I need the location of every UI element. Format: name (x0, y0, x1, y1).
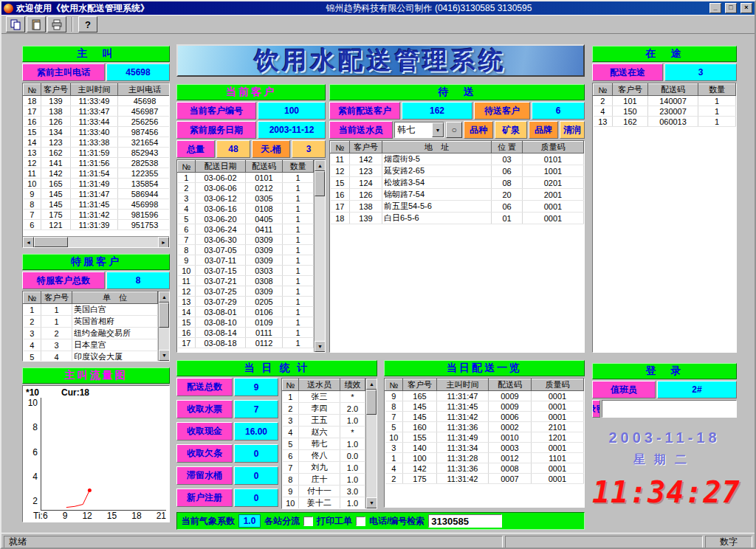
table-row[interactable]: 717511:31:42981596 (24, 210, 171, 220)
column-header[interactable]: № (24, 84, 41, 96)
table-row[interactable]: 1412311:33:38321654 (24, 137, 171, 148)
special-table-vscrollbar[interactable]: ▲ ▼ (158, 291, 169, 361)
scroll-track[interactable] (159, 303, 169, 350)
column-header[interactable]: 主叫电话 (118, 84, 171, 96)
table-row[interactable]: 1513411:33:40987456 (24, 127, 171, 137)
column-header[interactable]: 数量 (283, 161, 314, 173)
table-row[interactable]: 303-06-1203051 (178, 193, 314, 204)
column-header[interactable]: № (178, 161, 196, 173)
column-header[interactable]: 地 址 (382, 142, 492, 153)
table-row[interactable]: 1103-07-2103081 (178, 276, 314, 286)
column-header[interactable]: 客户号 (613, 84, 648, 96)
table-row[interactable]: 1813911:33:4945698 (24, 96, 171, 106)
scroll-track[interactable] (366, 390, 377, 497)
column-header[interactable]: 送水员 (299, 379, 340, 391)
table-row[interactable]: 32纽约金融交易所 (24, 328, 158, 339)
column-header[interactable]: 质量码 (523, 142, 584, 153)
table-row[interactable]: 5韩七1.0 (283, 438, 365, 450)
column-header[interactable]: 配送码 (648, 84, 698, 96)
password-field[interactable] (602, 400, 737, 418)
column-header[interactable]: 客户号 (41, 292, 72, 304)
table-row[interactable]: 503-06-2004051 (178, 214, 314, 224)
station-split-checkbox[interactable] (303, 517, 313, 526)
table-row[interactable]: 814511:31:45456998 (24, 199, 171, 210)
scroll-right-button[interactable]: ► (158, 237, 169, 248)
table-row[interactable]: 1张三* (283, 391, 365, 403)
table-row[interactable]: 1316211:31:59852943 (24, 148, 171, 158)
paste-button[interactable] (27, 16, 46, 32)
table-row[interactable]: 7刘九1.0 (283, 462, 365, 474)
column-header[interactable]: 客户号 (350, 142, 382, 153)
table-row[interactable]: 41502300071 (594, 106, 736, 117)
table-row[interactable]: 914511:31:47586944 (24, 189, 171, 199)
column-header[interactable]: 绩效 (340, 379, 365, 391)
scroll-up-button[interactable]: ▲ (159, 291, 170, 303)
scroll-up-button[interactable]: ▲ (366, 379, 377, 390)
print-order-checkbox[interactable] (356, 517, 365, 526)
scroll-thumb[interactable] (34, 237, 68, 247)
current-table-vscrollbar[interactable]: ▲ ▼ (314, 160, 325, 352)
table-row[interactable]: 21011400071 (594, 96, 736, 106)
table-row[interactable]: 16126锦朝路7-54202001 (331, 189, 584, 201)
column-header[interactable]: № (283, 379, 299, 391)
table-row[interactable]: 11美国白宫 (24, 304, 158, 316)
table-row[interactable]: 916511:31:4700090001 (385, 391, 584, 401)
scroll-down-button[interactable]: ▼ (159, 350, 170, 361)
scroll-track[interactable] (34, 237, 158, 247)
column-header[interactable]: № (385, 379, 403, 391)
print-button[interactable] (47, 16, 66, 32)
column-header[interactable]: 主叫时间 (71, 84, 118, 96)
table-row[interactable]: 414211:31:3600080001 (385, 463, 584, 474)
table-row[interactable]: 703-06-3003091 (178, 235, 314, 245)
column-header[interactable]: 数量 (698, 84, 736, 96)
scroll-thumb[interactable] (159, 303, 169, 328)
table-row[interactable]: 1203-07-2503091 (178, 286, 314, 297)
column-header[interactable]: 主叫时间 (437, 379, 489, 391)
table-row[interactable]: 1503-08-1001091 (178, 317, 314, 328)
table-row[interactable]: 803-07-0503091 (178, 245, 314, 255)
table-row[interactable]: 1015511:31:4900101201 (385, 432, 584, 443)
table-row[interactable]: 1003-07-1503031 (178, 266, 314, 276)
help-button[interactable]: ? (78, 16, 97, 32)
scroll-up-button[interactable]: ▲ (315, 160, 326, 171)
table-row[interactable]: 203-06-0602121 (178, 183, 314, 193)
search-input[interactable] (428, 514, 502, 528)
table-row[interactable]: 612111:31:39951753 (24, 220, 171, 230)
table-row[interactable]: 131620600131 (594, 117, 736, 127)
column-header[interactable]: 配送码 (489, 379, 532, 391)
table-row[interactable]: 11142烟霞街9-5030101 (331, 153, 584, 165)
table-row[interactable]: 516011:31:3600022101 (385, 422, 584, 432)
column-header[interactable]: 客户号 (403, 379, 437, 391)
column-header[interactable]: № (594, 84, 613, 96)
table-row[interactable]: 4赵六* (283, 427, 365, 438)
copy-button[interactable] (6, 16, 25, 32)
table-row[interactable]: 603-06-2404111 (178, 224, 314, 235)
scroll-down-button[interactable]: ▼ (315, 341, 326, 352)
table-row[interactable]: 17138前五里54-5-6060001 (331, 201, 584, 213)
table-row[interactable]: 54印度议会大厦 (24, 351, 158, 362)
table-row[interactable]: 11何十三1.0 (283, 509, 365, 510)
table-row[interactable]: 103-06-0201011 (178, 173, 314, 183)
combobox-dropdown-button[interactable]: ▼ (432, 122, 444, 137)
table-row[interactable]: 110011:31:2800121101 (385, 453, 584, 463)
table-row[interactable]: 314011:31:3400030001 (385, 443, 584, 453)
scroll-track[interactable] (315, 171, 325, 341)
waterman-combobox[interactable]: 韩七 ▼ (394, 122, 444, 138)
table-row[interactable]: 12123延安路2-65061001 (331, 165, 584, 177)
column-header[interactable]: № (24, 292, 41, 304)
table-row[interactable]: 2李四2.0 (283, 403, 365, 415)
table-row[interactable]: 1114211:31:54122355 (24, 168, 171, 179)
table-row[interactable]: 814511:31:4500090001 (385, 401, 584, 412)
scroll-down-button[interactable]: ▼ (366, 497, 377, 508)
table-row[interactable]: 903-07-1103091 (178, 255, 314, 266)
table-row[interactable]: 8庄十1.0 (283, 474, 365, 486)
column-header[interactable]: 配送日期 (196, 161, 246, 173)
minimize-button[interactable]: _ (709, 3, 721, 13)
table-row[interactable]: 217511:31:4200070001 (385, 474, 584, 484)
table-row[interactable]: 6佟八0.0 (283, 450, 365, 462)
caller-table-hscrollbar[interactable]: ◄ ► (23, 236, 169, 247)
table-row[interactable]: 43日本皇宫 (24, 339, 158, 351)
scroll-thumb[interactable] (315, 171, 325, 196)
column-header[interactable]: № (331, 142, 350, 153)
column-header[interactable]: 单 位 (72, 292, 158, 304)
